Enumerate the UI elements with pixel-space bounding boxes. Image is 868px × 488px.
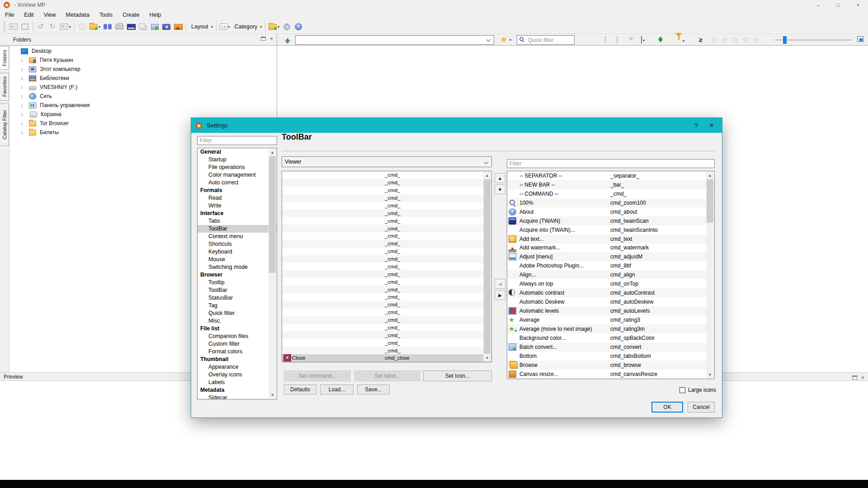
command-row[interactable]: Adobe Photoshop Plugin... cmd_8bf bbox=[507, 261, 714, 270]
command-row[interactable]: Average cmd_rating3 bbox=[507, 315, 714, 324]
settings-nav-item[interactable]: StatusBar bbox=[198, 294, 277, 302]
toolbar-item-row[interactable]: _cmd_ bbox=[282, 339, 491, 347]
minimize-button[interactable]: – bbox=[808, 0, 828, 10]
compare-button[interactable] bbox=[137, 21, 149, 33]
command-row[interactable]: Average (move to next image) cmd_rating3… bbox=[507, 324, 714, 333]
command-row[interactable]: Adjust [menu] cmd_adjustM bbox=[507, 252, 714, 261]
settings-nav-item[interactable]: File operations bbox=[198, 164, 277, 171]
folder-tree-item[interactable]: › Сеть bbox=[10, 92, 277, 101]
scroll-down-icon[interactable]: ▼ bbox=[269, 391, 276, 399]
move-item-up-button[interactable]: ▲ bbox=[495, 173, 505, 183]
help-button[interactable]: ? bbox=[292, 21, 304, 33]
menu-item[interactable]: Create bbox=[118, 10, 145, 20]
command-row[interactable]: Automatic levels cmd_autoLevels bbox=[507, 306, 714, 315]
command-row[interactable]: -- COMMAND -- _cmd_ bbox=[507, 189, 714, 198]
settings-nav-item[interactable]: Labels bbox=[198, 379, 277, 386]
command-row[interactable]: -- SEPARATOR -- _separator_ bbox=[507, 171, 714, 180]
toolbar-item-row[interactable]: _cmd_ bbox=[282, 248, 491, 255]
settings-nav-item[interactable]: General bbox=[198, 148, 277, 156]
menu-item[interactable]: View bbox=[39, 10, 61, 20]
toolbar-item-row[interactable]: _cmd_ bbox=[282, 202, 491, 210]
command-row[interactable]: Acquire into (TWAIN)... cmd_twainScanInt… bbox=[507, 225, 714, 235]
menu-item[interactable]: Metadata bbox=[61, 10, 94, 20]
command-row[interactable]: Align... cmd_align bbox=[507, 270, 714, 279]
command-row[interactable]: Add watermark... cmd_watermark bbox=[507, 244, 714, 253]
slider-handle[interactable] bbox=[783, 36, 787, 44]
folder-tree-item[interactable]: › Панель управления bbox=[10, 101, 277, 110]
command-row[interactable]: Acquire (TWAIN) cmd_twainScan bbox=[507, 216, 714, 225]
ok-button[interactable]: OK bbox=[651, 402, 683, 413]
folder-tree-item[interactable]: › Desktop bbox=[10, 47, 277, 56]
pane-layout-icon[interactable] bbox=[857, 36, 863, 42]
menu-item[interactable]: Edit bbox=[19, 10, 39, 20]
toolbar-item-row[interactable]: _cmd_ bbox=[282, 286, 491, 293]
toolbar-item-row[interactable]: _cmd_ bbox=[282, 316, 491, 324]
toolbar-item-row[interactable]: _cmd_ bbox=[282, 217, 491, 225]
toolbar-item-row[interactable]: _cmd_ bbox=[282, 331, 491, 339]
command-row[interactable]: -- NEW BAR -- _bar_ bbox=[507, 180, 714, 189]
settings-nav-item[interactable]: Interface bbox=[198, 210, 277, 217]
toolbar-target-combobox[interactable]: Viewer bbox=[282, 156, 492, 167]
close-panel-icon[interactable]: × bbox=[861, 375, 864, 380]
add-item-button[interactable]: ▶ bbox=[495, 290, 505, 300]
folder-tree-item[interactable]: › Этот компьютер bbox=[10, 65, 277, 74]
slideshow-button[interactable] bbox=[125, 21, 137, 33]
quick-filter-input[interactable] bbox=[528, 36, 573, 44]
toolbar-item-row[interactable]: _cmd_ bbox=[282, 240, 491, 248]
parent-folder-button[interactable] bbox=[283, 35, 292, 44]
settings-nav-item[interactable]: Sidecar bbox=[198, 394, 277, 399]
close-button[interactable]: × bbox=[848, 0, 868, 10]
expander-chevron-icon[interactable]: › bbox=[21, 129, 29, 136]
toolbar-item-row[interactable]: _cmd_ bbox=[282, 293, 491, 301]
settings-nav-item[interactable]: Auto correct bbox=[198, 179, 277, 187]
settings-nav-item[interactable]: Custom filter bbox=[198, 340, 277, 348]
dialog-help-button[interactable]: ? bbox=[689, 118, 704, 133]
settings-nav-filter-input[interactable] bbox=[197, 136, 277, 145]
expander-chevron-icon[interactable]: › bbox=[21, 93, 29, 99]
settings-nav-item[interactable]: Tag bbox=[198, 302, 277, 310]
command-row[interactable]: Background color... cmd_opBackColor bbox=[507, 333, 714, 343]
command-row[interactable]: Batch convert... cmd_convert bbox=[507, 343, 714, 352]
capture-button[interactable] bbox=[160, 21, 172, 33]
remove-item-button[interactable]: ◀ bbox=[495, 279, 505, 289]
favorites-button[interactable]: ★▾ bbox=[497, 35, 514, 45]
set-label-button[interactable]: Set label... bbox=[354, 371, 420, 381]
rating-star-filter[interactable]: ☆☆☆☆☆ bbox=[711, 35, 763, 45]
scroll-up-icon[interactable]: ▲ bbox=[483, 172, 491, 179]
settings-nav-item[interactable]: Mouse bbox=[198, 256, 277, 263]
view-mode-button[interactable]: ▾ bbox=[641, 37, 655, 43]
current-list-scrollbar[interactable]: ▲ ▼ bbox=[483, 172, 491, 361]
command-row[interactable]: About cmd_about bbox=[507, 207, 714, 216]
settings-nav-item[interactable]: Quick filter bbox=[198, 310, 277, 317]
float-panel-icon[interactable] bbox=[261, 37, 266, 41]
sort-direction-button[interactable]: ▾ bbox=[658, 36, 672, 42]
set-command-button[interactable]: Set command... bbox=[284, 371, 351, 381]
command-row[interactable]: 100% cmd_zoom100 bbox=[507, 198, 714, 207]
print-button[interactable] bbox=[113, 21, 125, 33]
toolbar-item-row[interactable]: _cmd_ bbox=[282, 347, 491, 354]
toolbar-grip[interactable] bbox=[4, 22, 5, 32]
settings-nav-item[interactable]: Write bbox=[198, 202, 277, 210]
settings-nav-item[interactable]: Metadata bbox=[198, 386, 277, 394]
batch-convert-button[interactable] bbox=[149, 21, 160, 33]
filter-button[interactable]: ▾ bbox=[675, 37, 689, 43]
command-row[interactable]: Always on top cmd_onTop bbox=[507, 279, 714, 288]
command-row[interactable]: Automatic Deskew cmd_autoDeskew bbox=[507, 297, 714, 306]
settings-button[interactable] bbox=[281, 21, 292, 33]
expander-chevron-icon[interactable]: › bbox=[21, 75, 29, 81]
settings-nav-item[interactable]: Thumbnail bbox=[198, 356, 277, 363]
settings-nav-item[interactable]: File list bbox=[198, 325, 277, 333]
expander-chevron-icon[interactable]: › bbox=[21, 111, 29, 117]
toolbar-item-row[interactable]: _cmd_ bbox=[282, 194, 491, 202]
toolbar-item-row[interactable]: Close cmd_close bbox=[282, 354, 491, 362]
settings-nav-item[interactable]: Read bbox=[198, 194, 277, 202]
scrollbar-thumb[interactable] bbox=[707, 179, 713, 223]
scrollbar-thumb[interactable] bbox=[484, 179, 491, 354]
scroll-up-icon[interactable]: ▲ bbox=[269, 149, 276, 156]
rating-threshold-icon[interactable]: ≥ bbox=[699, 36, 703, 43]
settings-nav-item[interactable]: Formats bbox=[198, 187, 277, 194]
toolbar-item-row[interactable]: _cmd_ bbox=[282, 209, 491, 217]
side-tab[interactable]: Catalog Filter bbox=[0, 103, 9, 146]
command-row[interactable]: Automatic contrast cmd_autoContrast bbox=[507, 288, 714, 297]
available-list-scrollbar[interactable]: ▲ ▼ bbox=[706, 172, 714, 378]
